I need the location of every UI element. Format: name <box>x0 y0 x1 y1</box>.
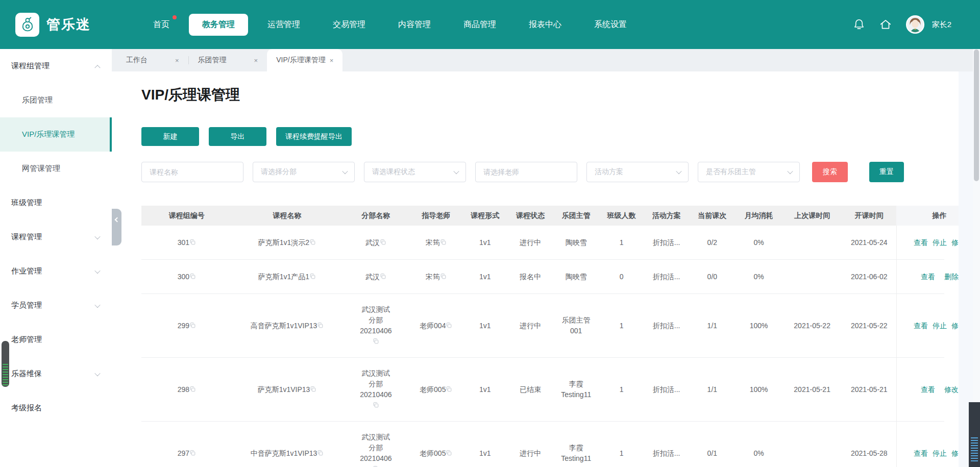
tab-1[interactable]: 工作台× <box>117 49 188 71</box>
operation-link[interactable]: 修改 <box>951 321 959 331</box>
tab-3[interactable]: VIP/乐理课管理× <box>267 49 342 71</box>
sidebar-item-8[interactable]: 考级报名 <box>0 391 112 425</box>
page-scrollbar-thumb[interactable] <box>974 50 979 181</box>
sidebar-collapse-handle[interactable] <box>112 209 121 245</box>
tab-label: VIP/乐理课管理 <box>276 56 325 65</box>
copy-icon[interactable] <box>380 239 386 245</box>
copy-icon[interactable] <box>440 239 447 245</box>
copy-icon[interactable] <box>446 322 452 329</box>
cell-students: 0 <box>599 260 644 293</box>
copy-icon[interactable] <box>317 322 324 329</box>
nav-item-4[interactable]: 交易管理 <box>320 14 379 36</box>
copy-icon[interactable] <box>189 239 196 245</box>
copy-icon[interactable] <box>373 338 379 345</box>
filter-input-1[interactable] <box>141 162 243 182</box>
nav-item-1[interactable]: 首页 <box>140 14 183 36</box>
nav-item-6[interactable]: 商品管理 <box>450 14 509 36</box>
nav-item-2[interactable]: 教务管理 <box>189 14 248 36</box>
tab-2[interactable]: 乐团管理× <box>189 49 267 71</box>
cell-operations: 查看停止修改 <box>896 294 959 357</box>
cell-operations: 查看停止修改 <box>896 422 959 467</box>
nav-item-3[interactable]: 运营管理 <box>254 14 313 36</box>
sidebar-subitem-1-1[interactable]: 乐团管理 <box>0 83 112 117</box>
filter-select-6[interactable]: 是否有乐团主管 <box>698 162 800 182</box>
operation-link[interactable]: 停止 <box>933 321 947 331</box>
copy-icon[interactable] <box>373 402 379 408</box>
cell-last-time <box>782 226 842 259</box>
operation-link[interactable]: 查看 <box>921 272 935 282</box>
copy-icon[interactable] <box>189 322 196 329</box>
cell-id: 301 <box>141 226 232 259</box>
copy-icon[interactable] <box>189 386 196 392</box>
nav-item-label: 报表中心 <box>529 20 561 29</box>
sidebar-item-4[interactable]: 作业管理 <box>0 254 112 288</box>
operation-link[interactable]: 删除 <box>944 272 959 282</box>
operation-link[interactable]: 查看 <box>914 321 928 331</box>
cell-text: 萨克斯1v1产品1 <box>258 272 316 282</box>
chevron-down-icon <box>676 168 681 174</box>
sidebar-item-3[interactable]: 课程管理 <box>0 220 112 254</box>
filter-input-4[interactable] <box>475 162 577 182</box>
filter-select-5[interactable]: 活动方案 <box>586 162 689 182</box>
bottom-left-scrollbar-widget[interactable] <box>2 341 9 387</box>
copy-icon[interactable] <box>446 450 452 456</box>
bottom-right-scrollbar-widget[interactable] <box>969 402 980 467</box>
sidebar-item-1[interactable]: 课程组管理 <box>0 49 112 83</box>
copy-icon[interactable] <box>310 386 316 392</box>
username-label[interactable]: 家长2 <box>932 20 951 30</box>
sidebar-item-5[interactable]: 学员管理 <box>0 288 112 323</box>
main-nav: 首页教务管理运营管理交易管理内容管理商品管理报表中心系统设置 <box>140 14 640 36</box>
operation-link[interactable]: 修改 <box>951 237 959 248</box>
copy-icon[interactable] <box>446 386 452 392</box>
sidebar-item-2[interactable]: 班级管理 <box>0 186 112 220</box>
sidebar-item-7[interactable]: 乐器维保 <box>0 357 112 391</box>
user-avatar[interactable] <box>905 15 925 34</box>
copy-icon[interactable] <box>189 273 196 280</box>
sidebar-subitem-1-2[interactable]: VIP/乐理课管理 <box>0 117 112 152</box>
cell-plan: 折扣活... <box>644 436 689 467</box>
tab-close-icon[interactable]: × <box>175 57 179 64</box>
action-button-3[interactable]: 课程续费提醒导出 <box>276 127 352 146</box>
nav-item-5[interactable]: 内容管理 <box>385 14 444 36</box>
action-button-2[interactable]: 导出 <box>209 127 266 146</box>
copy-icon[interactable] <box>309 239 316 245</box>
gourd-instrument-icon <box>19 16 36 33</box>
copy-icon[interactable] <box>309 273 316 280</box>
nav-item-7[interactable]: 报表中心 <box>516 14 575 36</box>
column-header: 课程形式 <box>462 206 507 226</box>
operation-link[interactable]: 查看 <box>914 448 928 459</box>
filter-select-2[interactable]: 请选择分部 <box>253 162 355 182</box>
operation-link[interactable]: 查看 <box>921 384 935 395</box>
operation-link[interactable]: 停止 <box>933 448 947 459</box>
reset-button[interactable]: 重置 <box>869 162 904 182</box>
cell-manager: 李霞Testing11 <box>553 368 599 410</box>
operation-link[interactable]: 停止 <box>933 237 947 248</box>
cell-operations: 查看删除 <box>896 260 959 293</box>
sidebar-subitem-1-3[interactable]: 网管课管理 <box>0 152 112 186</box>
home-icon[interactable] <box>879 18 892 31</box>
courses-table: 课程组编号课程名称分部名称指导老师课程形式课程状态乐团主管班级人数活动方案当前课… <box>141 206 944 467</box>
copy-icon[interactable] <box>440 273 447 280</box>
search-button[interactable]: 搜索 <box>812 162 848 182</box>
nav-item-8[interactable]: 系统设置 <box>581 14 640 36</box>
table-row: 299高音萨克斯1v1VIP13武汉测试分部20210406老师0041v1进行… <box>141 294 944 358</box>
cell-text: 299 <box>178 321 196 331</box>
cell-text: 2021-05-24 <box>851 237 888 248</box>
column-header: 班级人数 <box>599 206 644 226</box>
copy-icon[interactable] <box>317 450 324 456</box>
table-body: 301萨克斯1v1演示2武汉宋筠1v1进行中陶映雪1折扣活...0/20%202… <box>141 226 944 467</box>
sidebar-item-6[interactable]: 老师管理 <box>0 323 112 357</box>
cell-text: 1v1 <box>479 384 491 395</box>
copy-icon[interactable] <box>380 273 386 280</box>
tab-close-icon[interactable]: × <box>254 57 258 64</box>
operation-link[interactable]: 修改 <box>944 384 959 395</box>
filter-select-3[interactable]: 请选课程状态 <box>364 162 466 182</box>
tab-close-icon[interactable]: × <box>330 57 334 64</box>
app-logo[interactable] <box>15 13 39 37</box>
action-button-1[interactable]: 新建 <box>141 127 199 146</box>
notifications-bell-icon[interactable] <box>852 18 866 31</box>
operation-link[interactable]: 修改 <box>951 448 959 459</box>
sidebar-item-label: 课程管理 <box>11 232 42 242</box>
operation-link[interactable]: 查看 <box>914 237 928 248</box>
copy-icon[interactable] <box>189 450 196 456</box>
